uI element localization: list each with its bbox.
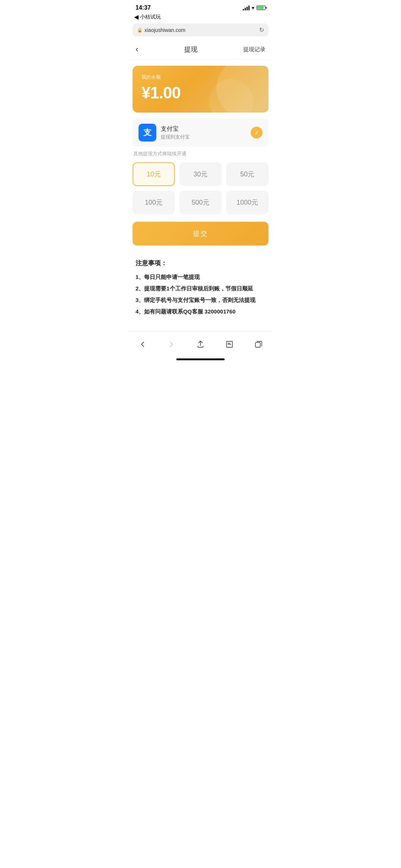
page-title: 提现 [184,45,198,54]
payment-left: 支 支付宝 提现到支付宝 [138,124,190,142]
payment-info: 支付宝 提现到支付宝 [161,125,190,140]
history-link[interactable]: 提现记录 [243,46,265,53]
note-item-1: 1、每日只能申请一笔提现 [136,272,265,282]
url-domain: xiaojushiwan.com [144,27,186,33]
notes-title: 注意事项： [136,259,265,267]
amount-1000[interactable]: 1000元 [226,191,268,214]
reload-icon[interactable]: ↻ [259,26,264,33]
balance-label: 我的余额 [141,74,260,81]
submit-button[interactable]: 提交 [133,222,268,246]
url-bar[interactable]: 🔒 xiaojushiwan.com ↻ [133,23,268,36]
lock-icon: 🔒 [137,27,143,33]
notes-section: 注意事项： 1、每日只能申请一笔提现 2、提现需要1个工作日审核后到账，节假日顺… [128,253,273,324]
back-button[interactable] [134,336,151,352]
amount-500[interactable]: 500元 [179,191,222,214]
payment-desc: 提现到支付宝 [161,134,190,140]
wifi-icon: ▾ [252,5,254,11]
amount-50[interactable]: 50元 [226,162,268,186]
status-time: 14:37 [136,4,151,11]
url-text: 🔒 xiaojushiwan.com [137,27,186,33]
page-header: ‹ 提现 提现记录 [128,39,273,60]
bottom-toolbar [128,331,273,355]
page-back-button[interactable]: ‹ [136,45,138,54]
svg-rect-0 [255,342,260,347]
home-indicator [128,355,273,362]
payment-name: 支付宝 [161,125,190,133]
balance-card: 我的余额 ¥1.00 [133,66,268,113]
back-label: 小桔试玩 [140,14,161,20]
alipay-logo: 支 [138,124,156,142]
other-methods-note: 其他提现方式将陆续开通 [128,147,273,161]
battery-icon [257,6,265,10]
note-item-2: 2、提现需要1个工作日审核后到账，节假日顺延 [136,283,265,293]
status-icons: ▾ [243,5,265,11]
amount-grid: 10元 30元 50元 100元 500元 1000元 [133,162,268,214]
amount-30[interactable]: 30元 [179,162,222,186]
notes-list: 1、每日只能申请一笔提现 2、提现需要1个工作日审核后到账，节假日顺延 3、绑定… [136,272,265,316]
note-item-4: 4、如有问题请联系QQ客服 3200001760 [136,306,265,316]
share-button[interactable] [192,336,209,352]
home-bar [176,358,225,360]
payment-method-section[interactable]: 支 支付宝 提现到支付宝 ✓ [133,118,268,147]
back-nav[interactable]: ◀ 小桔试玩 [128,13,273,22]
balance-amount: ¥1.00 [141,84,260,102]
selected-check-icon: ✓ [251,127,263,139]
amount-10[interactable]: 10元 [133,162,175,186]
chevron-left-icon: ◀ [134,13,138,20]
forward-button[interactable] [163,336,180,352]
signal-icon [243,5,250,10]
tabs-button[interactable] [250,336,267,352]
status-bar: 14:37 ▾ [128,0,273,13]
note-item-3: 3、绑定手机号与支付宝账号一致，否则无法提现 [136,295,265,305]
bookmarks-button[interactable] [221,336,238,352]
amount-100[interactable]: 100元 [133,191,175,214]
